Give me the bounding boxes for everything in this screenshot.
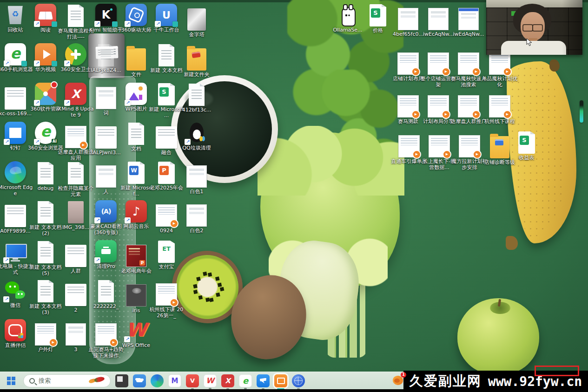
video-icon <box>428 52 449 75</box>
shortcut-arrow-icon <box>34 21 40 27</box>
notification-bird-icon[interactable]: 1 <box>392 372 406 387</box>
etfile-icon <box>158 241 175 263</box>
desktop-icon-label: WPS Office <box>122 342 150 348</box>
desktop-icon-label: iwEdAqNw... <box>453 31 484 37</box>
video-icon <box>398 135 420 157</box>
imgthumb-icon <box>66 323 86 346</box>
app-badge-icon <box>21 61 27 66</box>
edge-browser-icon[interactable] <box>151 374 164 387</box>
windows-logo-icon <box>7 377 11 380</box>
safe360-icon <box>65 43 86 65</box>
doc-icon <box>98 280 114 302</box>
desktop-icon[interactable]: 收益表 <box>509 131 545 161</box>
notification-badge: 1 <box>401 372 406 378</box>
desktop-icon[interactable]: 杭州线下课 2026第一_ <box>148 279 185 319</box>
volume-indicator <box>580 100 583 123</box>
desktop-icon-label: debug <box>38 185 54 191</box>
wordfile-icon <box>128 162 145 184</box>
xmind-icon <box>65 83 86 105</box>
desktop-icon-label: WPS图片 <box>126 106 147 112</box>
desktop-icon-label: 4bef65fc0... <box>393 31 423 37</box>
webcam-overlay[interactable] <box>486 0 582 55</box>
desktop-icon[interactable]: 金字塔 <box>178 4 215 38</box>
app-badge-icon <box>52 61 57 66</box>
desktop-icon-label: 单品魔秋计划优化 <box>482 76 518 88</box>
xmind-icon[interactable]: X <box>221 374 234 387</box>
imgthumb-icon <box>96 165 116 188</box>
desktop-icon-label: 老邓电商年会 <box>121 268 152 274</box>
start-button[interactable] <box>5 374 18 387</box>
desktop-icon[interactable]: 白色2 <box>178 200 215 234</box>
monitor-icon <box>4 240 26 262</box>
imgthumb-icon <box>428 8 449 30</box>
doc-icon <box>68 162 84 184</box>
doc-icon <box>159 44 174 66</box>
video-icon <box>156 204 177 227</box>
desktop-icon-label: 户外灯 <box>38 346 53 353</box>
shortcut-arrow-icon <box>34 139 40 145</box>
imgthumb2-icon <box>458 8 479 30</box>
video-icon <box>35 323 56 346</box>
desktop-icon[interactable]: iwEdAqNw... <box>450 4 487 37</box>
llama-icon <box>337 4 359 26</box>
doc-icon <box>68 5 84 27</box>
desktop-icon-label: 360安全卫士 <box>61 66 91 72</box>
cad-icon <box>95 200 117 222</box>
watermark-site-name: 久爱副业网 <box>410 372 482 391</box>
shortcut-arrow-icon <box>155 21 161 27</box>
doc-icon <box>38 280 53 302</box>
desktop-icon[interactable]: 白色1 <box>178 161 215 195</box>
desktop-icon-label: iwEcAqNw... <box>423 31 454 37</box>
screen-recorder-icon-active[interactable] <box>274 374 287 387</box>
folder-blue-icon <box>490 136 509 158</box>
desktop-icon[interactable]: QQ垃圾清理 <box>178 122 215 151</box>
shortcut-arrow-icon <box>94 21 100 27</box>
qianniu-icon <box>156 4 177 26</box>
shadow <box>562 0 582 55</box>
file-explorer-icon[interactable] <box>115 374 128 387</box>
desktop-icon-label: 白色2 <box>190 228 204 234</box>
search-input[interactable]: 搜索 <box>23 374 111 387</box>
imgthumb-icon <box>398 8 418 30</box>
desktop-icon-label: OllamaSe... <box>333 27 362 33</box>
shortcut-arrow-icon <box>94 257 100 263</box>
desktop-icon-label: 杭州线下课程 <box>484 118 515 124</box>
desktop-icon-label: 文档 <box>131 146 141 152</box>
chili-peppers-icon <box>88 376 106 386</box>
huawei-app-icon[interactable]: V <box>186 374 199 387</box>
dingtalk-icon <box>5 122 26 144</box>
desktop-icon-label: 新建文件夹 <box>184 72 210 78</box>
desktop-icon[interactable]: 杭州线下课程 <box>482 91 518 124</box>
desktop-icon-label: IALPJwnl3... <box>91 150 120 156</box>
presenter-shirt <box>501 41 566 55</box>
desktop-icon[interactable]: 支付宝 <box>148 240 185 270</box>
360-browser-icon[interactable]: e <box>239 374 252 387</box>
desktop-icon-label: QQ垃圾清理 <box>182 145 211 151</box>
cloud-drive-icon[interactable] <box>133 374 146 387</box>
desktop-icon-label: 阅读 <box>40 27 51 33</box>
desktop-icon-label: 店铺计划布局 <box>393 76 423 82</box>
desktop-icon-label: 微信 <box>10 302 20 308</box>
desktop-icon-label: 钉钉 <box>10 145 20 151</box>
video-icon <box>429 135 450 157</box>
network-globe-icon[interactable] <box>292 374 305 387</box>
dingtalk-icon[interactable] <box>257 374 270 387</box>
video-icon <box>95 323 117 346</box>
desktop-icon-label: 2222222_ <box>93 303 119 309</box>
desktop-icon-label: 人群 <box>71 268 81 274</box>
shortcut-arrow-icon <box>124 336 130 342</box>
video-icon <box>156 283 177 306</box>
m-assistant-icon[interactable]: M <box>168 374 181 387</box>
video-icon <box>458 95 479 118</box>
desktop-icon[interactable]: WPS Office <box>118 319 154 348</box>
hwvideo-icon <box>35 43 56 65</box>
desktop-icon-label: 赛马测款 <box>398 118 418 124</box>
docw-icon <box>65 284 86 306</box>
sheetfile-icon <box>158 83 175 105</box>
sheetfile-icon <box>518 131 535 154</box>
desktop-icon[interactable]: 新建文件夹 <box>178 43 215 78</box>
desktop-icon-label: 412bf13c... <box>182 107 211 113</box>
desktop-icon[interactable]: 412bf13c... <box>178 83 215 113</box>
wps-office-icon[interactable]: W <box>204 374 217 387</box>
desktop-icon-label: 2 <box>74 307 78 313</box>
